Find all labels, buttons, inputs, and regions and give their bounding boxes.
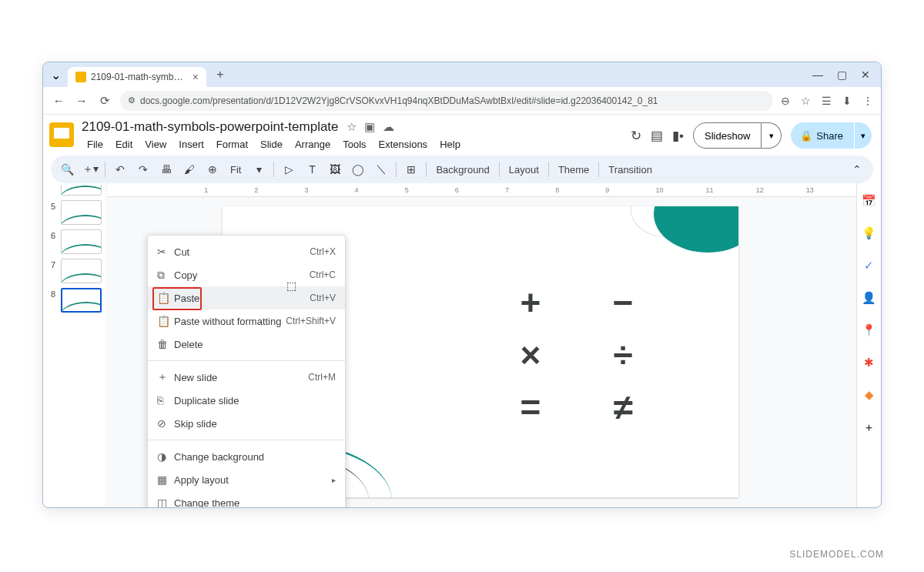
close-window-icon[interactable]: ✕ <box>861 69 870 81</box>
menu-format[interactable]: Format <box>211 136 253 152</box>
line-icon[interactable]: ＼ <box>371 159 391 179</box>
browser-tab[interactable]: 2109-01-math-symbols-power × <box>68 67 206 87</box>
print-icon[interactable]: 🖶 <box>156 159 176 179</box>
comment-insert-icon[interactable]: ⊞ <box>401 159 421 179</box>
tab-search-chevron[interactable]: ⌄ <box>46 65 65 84</box>
share-dropdown-icon[interactable]: ▾ <box>855 122 872 149</box>
share-label: Share <box>816 130 843 142</box>
ctx-paste[interactable]: 📋PasteCtrl+V <box>148 286 345 309</box>
maps-icon[interactable]: 📍 <box>862 323 876 337</box>
menu-edit[interactable]: Edit <box>110 136 138 152</box>
zoom-icon[interactable]: ⊖ <box>781 95 790 107</box>
history-icon[interactable]: ↻ <box>631 128 641 144</box>
addon2-icon[interactable]: ◆ <box>862 388 876 402</box>
theme-button[interactable]: Theme <box>554 164 594 176</box>
math-symbol[interactable]: ÷ <box>592 336 654 374</box>
menu-help[interactable]: Help <box>434 136 466 152</box>
transition-button[interactable]: Transition <box>604 164 657 176</box>
calendar-icon[interactable]: 📅 <box>862 194 876 208</box>
address-icons: ⊖ ☆ ☰ ⬇ ⋮ <box>781 95 873 107</box>
textbox-icon[interactable]: T <box>302 159 322 179</box>
ctx-change-background[interactable]: ◑Change background <box>148 445 345 468</box>
menu-view[interactable]: View <box>139 136 172 152</box>
site-info-icon[interactable]: ⚙ <box>128 95 136 105</box>
undo-icon[interactable]: ↶ <box>110 159 130 179</box>
reload-icon[interactable]: ⟳ <box>97 94 112 108</box>
ctx-change-theme[interactable]: ◫Change theme <box>148 491 345 508</box>
ctx-new-slide[interactable]: ＋New slideCtrl+M <box>148 366 345 389</box>
back-icon[interactable]: ← <box>51 94 66 107</box>
ctx-duplicate-slide[interactable]: ⎘Duplicate slide <box>148 389 345 412</box>
thumbnail-slide-6[interactable] <box>61 229 102 254</box>
ctx-apply-layout[interactable]: ▦Apply layout▸ <box>148 468 345 491</box>
image-icon[interactable]: 🖼 <box>325 159 345 179</box>
menu-bar: FileEditViewInsertFormatSlideArrangeTool… <box>82 136 631 152</box>
redo-icon[interactable]: ↷ <box>133 159 153 179</box>
layout-button[interactable]: Layout <box>504 164 544 176</box>
ctx-skip-slide[interactable]: ⊘Skip slide <box>148 412 345 435</box>
move-icon[interactable]: ▣ <box>364 120 375 134</box>
comments-icon[interactable]: ▤ <box>651 128 663 144</box>
close-tab-icon[interactable]: × <box>192 71 199 83</box>
cloud-icon[interactable]: ☁ <box>383 120 394 134</box>
tab-bar: ⌄ 2109-01-math-symbols-power × + — ▢ ✕ <box>43 62 881 87</box>
contacts-icon[interactable]: 👤 <box>862 291 876 305</box>
download-icon[interactable]: ⬇ <box>842 95 852 107</box>
math-symbols-grid: +−×÷=≠ <box>500 283 654 426</box>
window-controls: — ▢ ✕ <box>812 69 878 81</box>
zoom-tool-icon[interactable]: ⊕ <box>203 159 223 179</box>
url-text: docs.google.com/presentation/d/1D12V2W2Y… <box>140 95 658 106</box>
thumbnail-slide-8[interactable] <box>61 288 102 313</box>
menu-tools[interactable]: Tools <box>337 136 371 152</box>
paint-format-icon[interactable]: 🖌 <box>179 159 199 179</box>
menu-file[interactable]: File <box>82 136 109 152</box>
zoom-drop-icon[interactable]: ▾ <box>249 159 269 179</box>
math-symbol[interactable]: + <box>500 283 561 322</box>
thumbnail-partial[interactable] <box>61 185 102 196</box>
background-button[interactable]: Background <box>431 164 494 176</box>
get-addons-icon[interactable]: ＋ <box>862 420 876 434</box>
star-icon[interactable]: ☆ <box>801 95 811 107</box>
math-symbol[interactable]: ≠ <box>592 388 654 426</box>
lock-icon: 🔒 <box>800 130 812 142</box>
zoom-fit[interactable]: Fit <box>226 164 246 176</box>
minimize-icon[interactable]: — <box>812 69 823 81</box>
new-slide-icon[interactable]: ＋▾ <box>80 159 100 179</box>
doc-title[interactable]: 2109-01-math-symbols-powerpoint-template <box>82 119 339 135</box>
keep-icon[interactable]: 💡 <box>862 226 876 240</box>
star-doc-icon[interactable]: ☆ <box>346 120 357 134</box>
search-menus-icon[interactable]: 🔍 <box>57 159 77 179</box>
slideshow-button[interactable]: Slideshow <box>693 122 762 149</box>
shape-icon[interactable]: ◯ <box>348 159 368 179</box>
tasks-icon[interactable]: ✓ <box>862 259 876 273</box>
share-button[interactable]: 🔒 Share <box>791 122 854 149</box>
select-tool-icon[interactable]: ▷ <box>279 159 299 179</box>
maximize-icon[interactable]: ▢ <box>837 69 847 81</box>
url-input[interactable]: ⚙ docs.google.com/presentation/d/1D12V2W… <box>120 91 773 111</box>
ctx-paste-without-formatting[interactable]: 📋Paste without formattingCtrl+Shift+V <box>148 309 345 333</box>
math-symbol[interactable]: = <box>500 388 561 426</box>
ctx-delete[interactable]: 🗑Delete <box>148 333 345 356</box>
meet-icon[interactable]: ▮• <box>672 128 684 144</box>
thumbnail-slide-7[interactable] <box>61 259 102 283</box>
ctx-cut[interactable]: ✂CutCtrl+X <box>148 240 345 263</box>
menu-slide[interactable]: Slide <box>255 136 288 152</box>
thumbnail-slide-5[interactable] <box>61 200 102 225</box>
new-tab-button[interactable]: + <box>211 65 229 84</box>
menu-insert[interactable]: Insert <box>173 136 209 152</box>
menu-arrange[interactable]: Arrange <box>290 136 336 152</box>
slides-logo-icon[interactable] <box>49 122 74 147</box>
thumbnail-panel: 5678 <box>43 183 105 508</box>
slideshow-dropdown-icon[interactable]: ▾ <box>762 122 782 149</box>
list-icon[interactable]: ☰ <box>822 95 832 107</box>
side-panel: 📅 💡 ✓ 👤 📍 ✱ ◆ ＋ <box>856 183 881 508</box>
addon1-icon[interactable]: ✱ <box>862 356 876 370</box>
decoration <box>654 206 738 253</box>
more-icon[interactable]: ⋮ <box>862 95 873 107</box>
ctx-copy[interactable]: ⧉CopyCtrl+C <box>148 263 345 286</box>
collapse-toolbar-icon[interactable]: ⌃ <box>847 159 867 179</box>
math-symbol[interactable]: − <box>592 283 654 322</box>
forward-icon[interactable]: → <box>74 94 89 107</box>
menu-extensions[interactable]: Extensions <box>373 136 434 152</box>
math-symbol[interactable]: × <box>500 336 561 374</box>
